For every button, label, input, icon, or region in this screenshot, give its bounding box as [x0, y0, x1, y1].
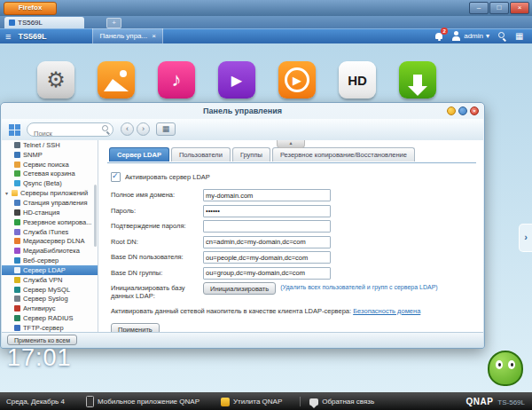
music-station-app-icon[interactable]: ♪ — [158, 61, 195, 99]
collapse-panel-button[interactable]: ▲ — [277, 140, 305, 148]
terminal-icon — [14, 142, 20, 148]
sidebar-item-qsync[interactable]: Qsync (Beta) — [2, 178, 98, 188]
sidebar-group-app-servers[interactable]: Серверы приложений — [2, 188, 98, 198]
sidebar-item-search-service[interactable]: Сервис поиска — [2, 160, 98, 170]
enable-ldap-checkbox[interactable] — [111, 172, 121, 182]
minimize-button[interactable]: – — [469, 2, 489, 14]
taskbar-item-mobile-app[interactable]: Мобильное приложение QNAP — [86, 396, 200, 407]
user-menu[interactable]: admin ▾ — [451, 31, 489, 41]
taskbar-item-label: Мобильное приложение QNAP — [98, 398, 200, 406]
sidebar-item-vpn[interactable]: Служба VPN — [2, 275, 98, 285]
field-label: Подтверждение пароля: — [111, 220, 203, 230]
field-label: Base DN пользователя: — [111, 251, 203, 261]
desktop: ⚙ ♪ ▶ ▶ HD Панель управления × — [0, 43, 532, 393]
sidebar-item-backup-station[interactable]: Резервное копирова... — [2, 217, 98, 227]
panel-search-input[interactable] — [27, 129, 99, 139]
qnap-mascot-icon[interactable] — [488, 351, 523, 386]
taskbar-divider — [300, 397, 301, 406]
tool-icon — [221, 398, 230, 406]
form-row: Полное имя домена: — [111, 189, 471, 201]
view-mode-button[interactable]: ▦ — [156, 122, 176, 136]
window-titlebar[interactable]: Панель управления × — [1, 103, 484, 119]
browser-tab[interactable]: TS569L — [4, 17, 84, 28]
sidebar-item-control-station[interactable]: Станция управления — [2, 198, 98, 208]
enable-ldap-row: Активировать сервер LDAP — [111, 172, 471, 182]
window-close-button[interactable]: × — [470, 106, 479, 115]
firefox-menu-button[interactable]: Firefox — [4, 2, 57, 15]
enable-ldap-label: Активировать сервер LDAP — [125, 173, 210, 181]
init-db-hint: (Удалить всех пользователей и групп с се… — [280, 282, 437, 290]
sidebar-item-itunes[interactable]: Служба iTunes — [2, 227, 98, 237]
sidebar-item-dlna[interactable]: Медиасервер DLNA — [2, 236, 98, 246]
domain-name-field[interactable] — [203, 189, 331, 201]
hd-station-app-icon[interactable]: HD — [339, 61, 376, 99]
sidebar-item-hd-station[interactable]: HD-станция — [2, 208, 98, 217]
forward-button[interactable]: › — [137, 122, 150, 136]
taskbar-item-feedback[interactable]: Обратная связь — [309, 398, 374, 406]
sidebar-group-label: Серверы приложений — [20, 189, 88, 197]
taskbar-item-utility[interactable]: Утилита QNAP — [221, 398, 282, 406]
main-menu-icon[interactable]: ≡ — [5, 31, 11, 42]
sidebar-item-network-recycle-bin[interactable]: Сетевая корзина — [2, 170, 98, 179]
sidebar-item-antivirus[interactable]: Антивирус — [2, 304, 98, 313]
password-field[interactable] — [203, 205, 331, 217]
tab-users[interactable]: Пользователи — [171, 147, 231, 162]
back-button[interactable]: ‹ — [121, 122, 134, 136]
sidebar-item-syslog[interactable]: Сервер Syslog — [2, 295, 98, 304]
antivirus-icon — [14, 305, 20, 311]
snmp-icon — [14, 152, 20, 158]
tab-backup-restore[interactable]: Резервное копирование/Восстановление — [272, 147, 415, 162]
new-tab-button[interactable]: + — [106, 18, 121, 28]
download-arrow-icon — [413, 75, 422, 86]
dashboard-icon[interactable]: ▦ — [515, 31, 525, 41]
syslog-icon — [14, 296, 20, 302]
browser-titlebar: Firefox – □ × — [0, 0, 532, 17]
video-station-app-icon[interactable]: ▶ — [218, 61, 255, 99]
sidebar-item-ldap-server[interactable]: Сервер LDAP — [2, 265, 98, 275]
tab-close-icon[interactable]: × — [152, 32, 156, 40]
base-dn-group-field[interactable] — [203, 267, 331, 280]
browser-tabbar: TS569L + — [0, 16, 532, 28]
search-icon[interactable] — [497, 31, 507, 41]
open-app-tab[interactable]: Панель упра... × — [92, 28, 162, 43]
confirm-password-field[interactable] — [203, 220, 331, 233]
download-station-app-icon[interactable] — [399, 61, 436, 99]
root-dn-field[interactable] — [203, 236, 331, 248]
photo-station-app-icon[interactable] — [98, 61, 135, 99]
radius-icon — [14, 315, 20, 321]
ldap-client-row: Активировать данный сетевой накопитель в… — [111, 306, 471, 316]
settings-sidebar: Telnet / SSH SNMP Сервис поиска Сетевая … — [2, 140, 98, 333]
sidebar-item-media-library[interactable]: МедиаБиблиотека — [2, 246, 98, 256]
close-button[interactable]: × — [510, 2, 529, 14]
base-dn-users-field[interactable] — [203, 251, 331, 264]
sidebar-item-snmp[interactable]: SNMP — [2, 150, 98, 160]
favicon — [9, 20, 15, 26]
qsync-icon — [14, 180, 20, 186]
sidebar-item-telnet-ssh[interactable]: Telnet / SSH — [2, 140, 98, 150]
field-label: Base DN группы: — [111, 267, 203, 277]
window-maximize-button[interactable] — [458, 106, 467, 115]
initialize-button[interactable]: Инициализировать — [203, 282, 276, 295]
overview-grid-icon[interactable] — [9, 124, 14, 130]
sidebar-item-radius[interactable]: Сервер RADIUS — [2, 313, 98, 323]
sidebar-item-web-server[interactable]: Веб-сервер — [2, 256, 98, 265]
sidebar-item-mysql[interactable]: Сервер MySQL — [2, 285, 98, 295]
maximize-button[interactable]: □ — [489, 2, 509, 14]
window-minimize-button[interactable] — [447, 106, 456, 115]
field-label: Root DN: — [111, 236, 203, 246]
taskbar: Среда, Декабрь 4 Мобильное приложение QN… — [0, 392, 532, 410]
domain-security-link[interactable]: Безопасность домена — [353, 307, 420, 315]
dock-expand-arrow[interactable]: › — [519, 224, 532, 252]
qnap-logo: QNAP — [466, 397, 493, 406]
sidebar-item-label: TFTP-сервер — [23, 324, 64, 332]
chevron-down-icon: ▾ — [486, 32, 489, 40]
sidebar-scrollbar[interactable] — [94, 185, 97, 247]
sidebar-item-label: SNMP — [23, 151, 43, 159]
media-player-app-icon[interactable]: ▶ — [278, 61, 316, 99]
tab-ldap-server[interactable]: Сервер LDAP — [109, 147, 169, 162]
notification-icon[interactable]: 2 — [434, 31, 443, 41]
sidebar-item-label: Антивирус — [23, 304, 55, 312]
tab-groups[interactable]: Группы — [232, 147, 270, 162]
control-panel-app-icon[interactable]: ⚙ — [37, 61, 74, 99]
ldap-icon — [14, 267, 20, 273]
